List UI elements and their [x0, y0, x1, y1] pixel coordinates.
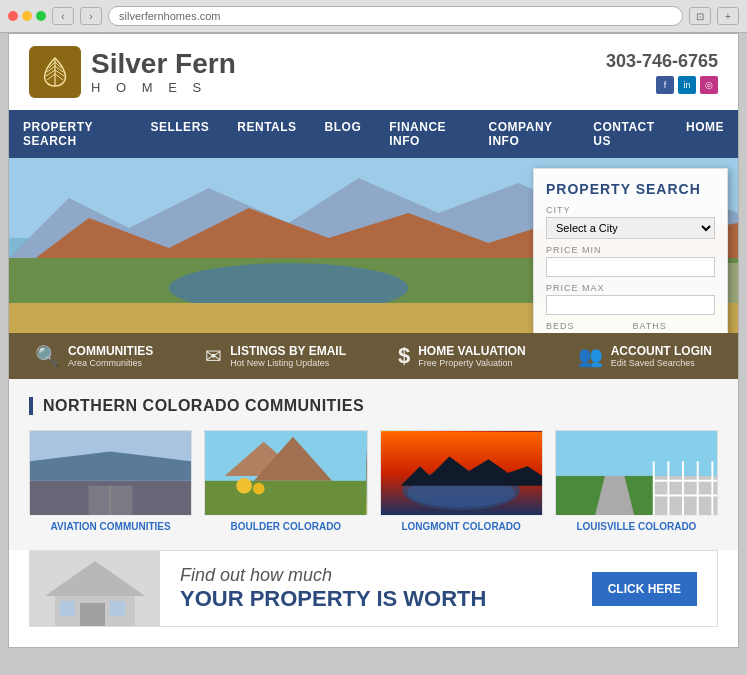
click-here-button[interactable]: CLICK HERE	[592, 572, 697, 606]
linkedin-icon[interactable]: in	[678, 76, 696, 94]
account-icon: 👥	[578, 344, 603, 368]
header-contact: 303-746-6765 f in ◎	[606, 51, 718, 94]
instagram-icon[interactable]: ◎	[700, 76, 718, 94]
nav-finance-info[interactable]: FINANCE INFO	[375, 110, 474, 158]
nav-contact-us[interactable]: CONTACT US	[579, 110, 672, 158]
community-item-aviation: AVIATION COMMUNITIES	[29, 430, 192, 532]
quick-link-listings-email[interactable]: ✉ LISTINGS BY EMAIL Hot New Listing Upda…	[205, 343, 346, 369]
search-form: CITY Select a City PRICE MIN PRICE MAX B…	[546, 205, 715, 333]
new-tab-btn[interactable]: +	[717, 7, 739, 25]
city-label: CITY	[546, 205, 715, 215]
hero-section: PROPERTY SEARCH CITY Select a City PRICE…	[9, 158, 738, 333]
email-icon: ✉	[205, 344, 222, 368]
quick-link-account-login[interactable]: 👥 ACCOUNT LOGIN Edit Saved Searches	[578, 343, 712, 369]
social-icons: f in ◎	[606, 76, 718, 94]
city-select[interactable]: Select a City	[546, 217, 715, 239]
svg-rect-40	[60, 601, 75, 616]
community-label-louisville[interactable]: LOUISVILLE COLORADO	[555, 521, 718, 532]
price-max-input[interactable]	[546, 295, 715, 315]
nav-sellers[interactable]: SELLERS	[136, 110, 223, 158]
window-btn[interactable]: ⊡	[689, 7, 711, 25]
community-item-longmont: LONGMONT COLORADO	[380, 430, 543, 532]
quick-links-bar: 🔍 COMMUNITIES Area Communities ✉ LISTING…	[9, 333, 738, 379]
svg-point-7	[169, 263, 409, 313]
community-img-longmont	[380, 430, 543, 515]
site-header: Silver Fern H O M E S 303-746-6765 f in …	[9, 34, 738, 110]
price-min-input[interactable]	[546, 257, 715, 277]
valuation-worth-text: YOUR PROPERTY IS WORTH	[180, 586, 572, 612]
window-controls	[8, 11, 46, 21]
valuation-banner: Find out how much YOUR PROPERTY IS WORTH…	[29, 550, 718, 627]
nav-blog[interactable]: BLOG	[311, 110, 376, 158]
forward-button[interactable]: ›	[80, 7, 102, 25]
nav-home[interactable]: HOME	[672, 110, 738, 158]
main-nav: PROPERTY SEARCH SELLERS RENTALS BLOG FIN…	[9, 110, 738, 158]
close-dot[interactable]	[8, 11, 18, 21]
section-title: NORTHERN COLORADO COMMUNITIES	[29, 397, 718, 415]
beds-baths-row: BEDS BATHS	[546, 321, 715, 333]
community-label-aviation[interactable]: AVIATION COMMUNITIES	[29, 521, 192, 532]
browser-chrome: ‹ › silverfernhomes.com ⊡ +	[0, 0, 747, 33]
price-max-label: PRICE MAX	[546, 283, 715, 293]
valuation-text: Find out how much YOUR PROPERTY IS WORTH	[160, 555, 592, 622]
svg-rect-41	[110, 601, 125, 616]
maximize-dot[interactable]	[36, 11, 46, 21]
quick-link-home-valuation[interactable]: $ HOME VALUATION Free Property Valuation	[398, 343, 526, 369]
svg-rect-39	[80, 603, 105, 626]
address-bar[interactable]: silverfernhomes.com	[108, 6, 683, 26]
community-img-louisville	[555, 430, 718, 515]
facebook-icon[interactable]: f	[656, 76, 674, 94]
property-search-box: PROPERTY SEARCH CITY Select a City PRICE…	[533, 168, 728, 333]
communities-section: NORTHERN COLORADO COMMUNITIES AVIATION C…	[9, 379, 738, 550]
community-item-boulder: BOULDER COLORADO	[204, 430, 367, 532]
logo[interactable]: Silver Fern H O M E S	[29, 46, 236, 98]
nav-property-search[interactable]: PROPERTY SEARCH	[9, 110, 136, 158]
baths-label: BATHS	[633, 321, 716, 331]
nav-rentals[interactable]: RENTALS	[223, 110, 310, 158]
svg-rect-18	[205, 481, 366, 515]
communities-icon: 🔍	[35, 344, 60, 368]
logo-text: Silver Fern H O M E S	[91, 49, 236, 95]
community-grid: AVIATION COMMUNITIES BOULDER COLORADO	[29, 430, 718, 532]
back-button[interactable]: ‹	[52, 7, 74, 25]
community-label-boulder[interactable]: BOULDER COLORADO	[204, 521, 367, 532]
search-box-title: PROPERTY SEARCH	[546, 181, 715, 197]
minimize-dot[interactable]	[22, 11, 32, 21]
beds-label: BEDS	[546, 321, 629, 331]
quick-link-communities[interactable]: 🔍 COMMUNITIES Area Communities	[35, 343, 153, 369]
community-label-longmont[interactable]: LONGMONT COLORADO	[380, 521, 543, 532]
logo-icon	[29, 46, 81, 98]
community-img-aviation	[29, 430, 192, 515]
svg-point-20	[253, 483, 265, 495]
price-min-label: PRICE MIN	[546, 245, 715, 255]
svg-point-19	[237, 478, 253, 494]
website-container: Silver Fern H O M E S 303-746-6765 f in …	[8, 33, 739, 648]
dollar-icon: $	[398, 343, 410, 369]
community-img-boulder	[204, 430, 367, 515]
valuation-find-text: Find out how much	[180, 565, 572, 586]
valuation-house-image	[30, 551, 160, 626]
nav-company-info[interactable]: COMPANY INFO	[475, 110, 580, 158]
community-item-louisville: LOUISVILLE COLORADO	[555, 430, 718, 532]
